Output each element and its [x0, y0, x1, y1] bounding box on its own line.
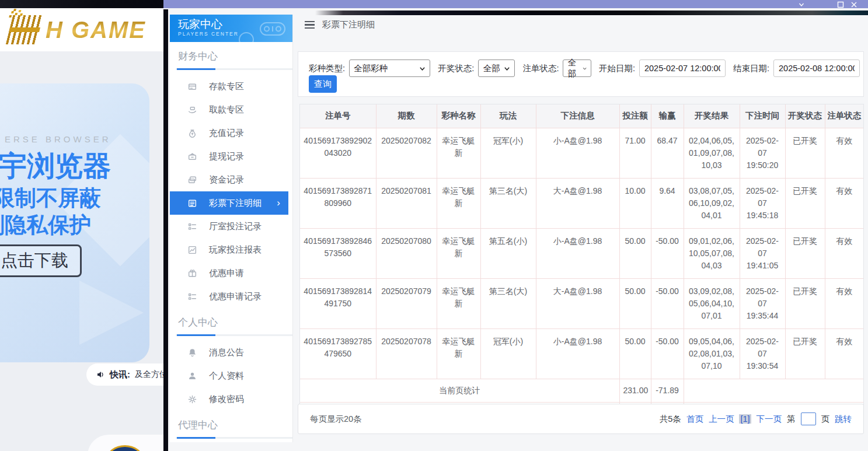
pagination-bar: 每页显示20条 共5条 首页 上一页 [1] 下一页 第 页 跳转 [298, 404, 864, 434]
column-header: 注单号 [300, 104, 376, 128]
browser-ad-banner[interactable]: ERSE BROWSER 宇浏览器 限制不屏蔽 别隐私保护 点击下载 [0, 83, 149, 362]
sidebar-item-label: 资金记录 [209, 174, 244, 186]
table-cell: 大-A盘@1.98 [536, 278, 619, 328]
filter-row: 彩种类型: 全部彩种 开奖状态: 全部 注单状态: 全部 开始日期: 结束日期: [298, 52, 863, 77]
sidebar-section: 个人中心消息公告个人资料修改密码 [170, 308, 292, 411]
first-page-link[interactable]: 首页 [686, 414, 703, 425]
sidebar-item-hall-bet-records[interactable]: 厅室投注记录 [170, 215, 292, 238]
sidebar-item-label: 消息公告 [209, 347, 244, 358]
lottery-type-select[interactable]: 全部彩种 [349, 60, 430, 77]
prev-page-link[interactable]: 上一页 [709, 414, 734, 425]
page-root: H GAME ERSE BROWSER 宇浏览器 限制不屏蔽 别隐私保护 点击下… [0, 0, 868, 451]
table-cell: 幸运飞艇新 [437, 328, 480, 379]
sidebar-sections: 财务中心存款专区取款专区充值记录提现记录资金记录彩票下注明细›厅室投注记录玩家投… [170, 42, 292, 442]
maximize-icon[interactable] [837, 1, 844, 8]
floating-widget [88, 435, 163, 451]
sidebar-item-change-password[interactable]: 修改密码 [170, 387, 292, 411]
table-cell: 03,09,02,08,05,06,04,10,07,01 [684, 278, 740, 328]
table-row[interactable]: 40156917389278547965020250207078幸运飞艇新冠军(… [300, 328, 863, 379]
column-header: 期数 [376, 104, 437, 128]
column-header: 开奖状态 [785, 104, 825, 128]
select-chevron-icon [583, 65, 587, 72]
jump-button[interactable]: 跳转 [835, 414, 852, 425]
left-body: ERSE BROWSER 宇浏览器 限制不屏蔽 别隐私保护 点击下载 快讯: 及… [0, 51, 163, 451]
current-page-indicator: [1] [739, 414, 751, 424]
table-cell: 冠军(小) [480, 328, 536, 379]
chevron-right-icon: › [277, 197, 280, 209]
table-cell: 50.00 [619, 328, 651, 379]
start-date-input[interactable] [639, 60, 726, 77]
sidebar-item-label: 彩票下注明细 [209, 198, 262, 209]
hamburger-menu-icon[interactable] [305, 21, 315, 29]
sidebar-item-player-bet-report[interactable]: 玩家投注报表 [170, 238, 292, 261]
table-cell: 有效 [825, 128, 863, 178]
sidebar-item-promo-apply-records[interactable]: 优惠申请记录 [170, 285, 292, 308]
sidebar-item-label: 优惠申请记录 [209, 291, 262, 302]
table-cell: 09,01,02,06,10,05,07,08,04,03 [684, 228, 740, 278]
table-cell: 幸运飞艇新 [437, 228, 480, 278]
table-cell: 71.00 [619, 128, 651, 178]
column-header: 输赢 [651, 104, 684, 128]
section-underline [176, 68, 292, 70]
table-cell: 401569173892846573560 [300, 228, 376, 278]
order-status-select[interactable]: 全部 [563, 60, 591, 77]
chevron-down-icon[interactable] [798, 1, 805, 8]
sidebar-item-withdraw-zone[interactable]: 取款专区 [170, 98, 292, 121]
table-cell: 幸运飞艇新 [437, 128, 480, 178]
close-icon[interactable] [850, 1, 857, 8]
main-panel: 玩家中心 PLAYERS CENTER 财务中心存款专区取款专区充值记录提现记录… [168, 0, 868, 451]
table-row[interactable]: 40156917389290204302020250207082幸运飞艇新冠军(… [300, 128, 863, 178]
search-button[interactable]: 查询 [309, 75, 337, 93]
draw-status-select[interactable]: 全部 [478, 60, 515, 77]
gamepad-icon [259, 18, 287, 39]
column-header: 下注时间 [740, 104, 785, 128]
table-row[interactable]: 40156917389284657356020250207080幸运飞艇新第五名… [300, 228, 863, 278]
table-cell: 20250207082 [376, 128, 437, 178]
left-top-strip [0, 0, 163, 8]
sidebar-item-funds-records[interactable]: 资金记录 [170, 168, 292, 191]
sidebar-item-label: 优惠申请 [209, 268, 244, 279]
user-icon [187, 371, 197, 381]
news-ticker[interactable]: 快讯: 及全方位 [86, 363, 163, 386]
window-titlebar [163, 0, 868, 9]
table-cell: 第五名(小) [480, 228, 536, 278]
jump-prefix-label: 第 [787, 414, 796, 425]
end-date-label: 结束日期: [733, 63, 769, 74]
next-page-link[interactable]: 下一页 [757, 414, 782, 425]
table-cell: 有效 [825, 278, 863, 328]
sidebar-item-promo-apply[interactable]: 优惠申请 [170, 261, 292, 285]
table-cell: 401569173892902043020 [300, 128, 376, 178]
moneybag-icon [187, 128, 197, 138]
table-header-row: 注单号期数彩种名称玩法下注信息投注额输赢开奖结果下注时间开奖状态注单状态 [300, 104, 863, 128]
report-icon [187, 245, 197, 255]
list-icon [187, 198, 197, 208]
table-row[interactable]: 40156917389281449175020250207079幸运飞艇新第三名… [300, 278, 863, 328]
sidebar-item-withdraw-records[interactable]: 提现记录 [170, 145, 292, 168]
sidebar-header: 玩家中心 PLAYERS CENTER [170, 15, 292, 42]
page-stats-row: 当前页统计231.00-71.89 [300, 379, 863, 402]
table-cell: 401569173892871809960 [300, 178, 376, 228]
filter-panel: 彩种类型: 全部彩种 开奖状态: 全部 注单状态: 全部 开始日期: 结束日期: [298, 51, 864, 97]
ad-subline-1: 限制不屏蔽 [0, 184, 101, 213]
end-date-input[interactable] [773, 60, 860, 77]
ad-subline-2: 别隐私保护 [0, 211, 91, 240]
table-cell: 02,04,06,05,01,09,07,08,10,03 [684, 128, 740, 178]
sidebar-item-messages[interactable]: 消息公告 [170, 341, 292, 364]
sidebar-section-title: 财务中心 [170, 42, 292, 68]
ticker-text: 及全方位 [135, 369, 163, 380]
table-row[interactable]: 40156917389287180996020250207081幸运飞艇新第三名… [300, 178, 863, 228]
page-size-text: 每页显示20条 [310, 414, 362, 425]
select-chevron-icon [504, 65, 510, 72]
table-cell: 20250207079 [376, 278, 437, 328]
gear-icon [187, 394, 197, 404]
table-cell: 幸运飞艇新 [437, 178, 480, 228]
sidebar-item-profile[interactable]: 个人资料 [170, 364, 292, 387]
speaker-icon [96, 370, 105, 379]
sidebar-item-recharge-records[interactable]: 充值记录 [170, 121, 292, 145]
page-jump-input[interactable] [801, 412, 816, 425]
sidebar-item-lottery-bet-details[interactable]: 彩票下注明细› [170, 191, 288, 215]
sidebar-item-deposit-zone[interactable]: 存款专区 [170, 75, 292, 98]
sidebar-item-label: 修改密码 [209, 394, 244, 405]
download-button[interactable]: 点击下载 [0, 244, 82, 277]
page-stats-label: 当前页统计 [300, 379, 619, 402]
